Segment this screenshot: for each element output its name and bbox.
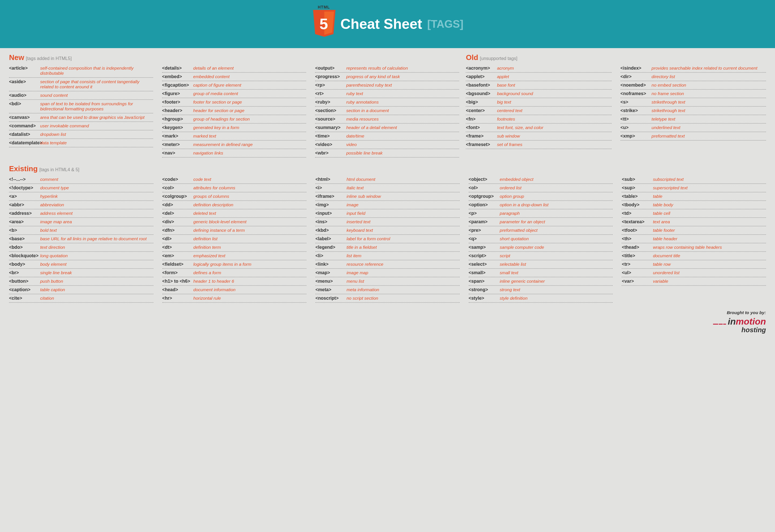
tag-name: <datatemplate>	[9, 140, 40, 145]
tag-desc: attributes for columns	[193, 185, 306, 190]
tag-name: <mark>	[162, 133, 193, 139]
heading-old: Old	[466, 53, 478, 62]
tag-name: <q>	[469, 236, 500, 241]
tag-desc: progress of any kind of task	[346, 74, 459, 79]
tag-row: <var>variable	[622, 277, 766, 286]
tag-desc: applet	[497, 74, 611, 79]
tag-name: <html>	[315, 177, 346, 182]
tag-row: <video>video	[315, 141, 459, 149]
tag-desc: header 1 to header 6	[193, 279, 306, 284]
tag-row: <output>represents results of calculatio…	[315, 64, 459, 73]
tag-row: <meter>measurement in defined range	[162, 141, 306, 149]
tag-row: <strong>strong text	[469, 286, 613, 294]
tag-name: <output>	[315, 66, 346, 71]
inmotion-logo: inmotion hosting	[713, 317, 766, 333]
tag-desc: sound content	[40, 93, 153, 98]
tag-row: <keygen>generated key in a form	[162, 124, 306, 132]
tag-name: <body>	[9, 262, 40, 267]
section-new: New[tags added in HTML5] <article>self-c…	[9, 53, 459, 158]
tag-row: <form>defines a form	[162, 269, 306, 277]
tag-desc: horizontal rule	[193, 296, 306, 301]
tag-desc: definition list	[193, 236, 306, 241]
tag-desc: image map area	[40, 219, 153, 224]
tag-name: <address>	[9, 211, 40, 216]
tag-desc: set of frames	[497, 142, 611, 147]
tag-desc: header for section or page	[193, 108, 306, 113]
tag-desc: hyperlink	[40, 194, 153, 199]
tag-desc: logically group items in a form	[193, 262, 306, 267]
tag-row: <datatemplate>data template	[9, 139, 153, 147]
tag-row: <textarea>text area	[622, 218, 766, 226]
tag-row: <legend>title in a fieldset	[315, 243, 460, 252]
tag-row: <fieldset>logically group items in a for…	[162, 260, 306, 269]
tag-desc: list item	[346, 253, 460, 258]
tag-name: <thead>	[622, 245, 653, 250]
tag-desc: acronym	[497, 66, 611, 71]
tag-row: <sub>subscripted text	[622, 175, 766, 184]
tag-desc: table body	[653, 202, 766, 207]
tag-row: <base>base URL for all links in page rel…	[9, 235, 153, 243]
tag-desc: preformatted text	[652, 133, 766, 139]
tag-name: <th>	[622, 236, 653, 241]
tag-desc: image map	[346, 270, 460, 275]
section-old: Old[unsupported tags] <acronym>acronym<a…	[466, 53, 766, 158]
tag-row: <link>resource reference	[315, 260, 460, 269]
tag-name: <figure>	[162, 91, 193, 96]
tag-desc: table cell	[653, 211, 766, 216]
tag-row: <hgroup>group of headings for section	[162, 115, 306, 124]
tag-name: <figcaption>	[162, 83, 193, 88]
tag-row: <caption>table caption	[9, 286, 153, 294]
tag-name: <canvas>	[9, 115, 40, 120]
tag-name: <input>	[315, 211, 346, 216]
tag-desc: input field	[346, 211, 460, 216]
tag-row: <hr>horizontal rule	[162, 294, 306, 303]
tag-desc: option in a drop-down list	[500, 202, 613, 207]
tag-row: <datalist>dropdown list	[9, 130, 153, 139]
tag-desc: small text	[500, 270, 613, 275]
tag-name: <var>	[622, 279, 653, 284]
tag-name: <xmp>	[621, 133, 652, 139]
tag-desc: parenthesized ruby text	[346, 83, 459, 88]
tag-row: <small>small text	[469, 269, 613, 277]
tag-desc: style definition	[500, 296, 613, 301]
tag-row: <ins>inserted text	[315, 218, 460, 226]
subheading-existing: [tags in HTML4 & 5]	[39, 167, 79, 172]
tag-name: <strong>	[469, 287, 500, 292]
tag-desc: variable	[653, 279, 766, 284]
tag-row: <article>self-contained composition that…	[9, 64, 153, 78]
tag-desc: groups of columns	[193, 194, 306, 199]
tag-desc: text area	[653, 219, 766, 224]
tag-row: <source>media resources	[315, 115, 459, 124]
tag-row: <style>style definition	[469, 294, 613, 303]
tag-row: <select>selectable list	[469, 260, 613, 269]
tag-name: <optgroup>	[469, 194, 500, 199]
tag-row: <rt>ruby text	[315, 90, 459, 98]
tag-row: <u>underlined text	[621, 124, 766, 132]
tag-desc: unordered list	[653, 270, 766, 275]
tag-row: <noframes>no frame section	[621, 90, 766, 98]
tag-row: <aside>section of page that consists of …	[9, 78, 153, 91]
tag-name: <menu>	[315, 279, 346, 284]
tag-row: <dt>definition term	[162, 243, 306, 252]
tag-row: <center>centered text	[466, 107, 611, 115]
tag-desc: defines a form	[193, 270, 306, 275]
tag-name: <ruby>	[315, 100, 346, 105]
tag-desc: bold text	[40, 228, 153, 233]
tag-desc: no frame section	[652, 91, 766, 96]
tag-name: <dl>	[162, 236, 193, 241]
tag-name: <iframe>	[315, 194, 346, 199]
tag-row: <progress>progress of any kind of task	[315, 73, 459, 81]
tag-name: <dfn>	[162, 228, 193, 233]
tag-row: <div>generic block-level element	[162, 218, 306, 226]
tag-name: <!--...-->	[9, 177, 40, 182]
tag-desc: directory list	[652, 74, 766, 79]
tag-desc: ruby text	[346, 91, 459, 96]
tag-row: <canvas>area that can be used to draw gr…	[9, 113, 153, 122]
tag-row: <abbr>abbreviation	[9, 201, 153, 209]
tag-name: <section>	[315, 108, 346, 113]
tag-name: <tbody>	[622, 202, 653, 207]
tag-desc: text direction	[40, 245, 153, 250]
tag-row: <th>table header	[622, 235, 766, 243]
tag-row: <code>code text	[162, 175, 306, 184]
tag-name: <colgroup>	[162, 194, 193, 199]
